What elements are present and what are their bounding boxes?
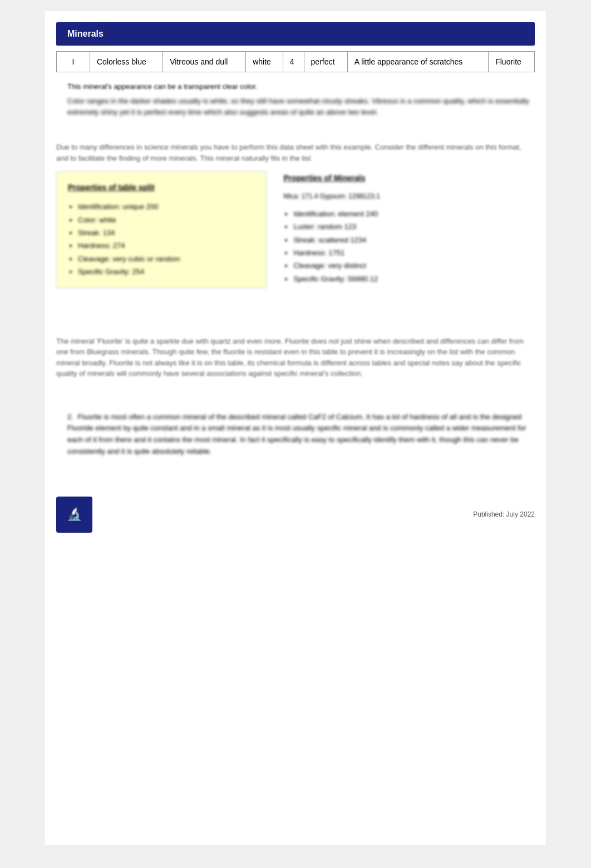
section1-numbered-text: This mineral's appearance can be a trans… xyxy=(67,82,257,91)
properties-left-box: Properties of table split Identification… xyxy=(56,171,267,288)
list-item: Hardness: 1751 xyxy=(293,246,523,259)
table-cell-cleavage: perfect xyxy=(304,52,347,72)
footer-date: Published: July 2022 xyxy=(473,510,535,518)
list-item: Specific Gravity: 254 xyxy=(78,265,255,278)
properties-left-list: Identification: unique 200 Color: white … xyxy=(68,200,255,278)
footer-icon-symbol: 🔬 xyxy=(67,507,82,522)
data-table: I Colorless blue Vitreous and dull white… xyxy=(56,51,535,72)
list-item: Identification: element 240 xyxy=(293,207,523,220)
properties-row: Properties of table split Identification… xyxy=(56,171,535,288)
properties-right-subline: Mica: 171.4 Gypsum: 1298123.1 xyxy=(283,191,523,203)
properties-right-list: Identification: element 240 Luster: rand… xyxy=(283,207,523,285)
table-cell-hardness: 4 xyxy=(283,52,304,72)
table-cell-luster: Vitreous and dull xyxy=(163,52,246,72)
properties-right-title: Properties of Minerals xyxy=(283,171,523,185)
section2-body-text: Due to many differences in science miner… xyxy=(56,143,521,162)
table-cell-color: Colorless blue xyxy=(90,52,163,72)
list-item: Hardness: 274 xyxy=(78,239,255,252)
section1-body: Color ranges in the darker shades usuall… xyxy=(67,96,535,119)
list-item: Streak: scattered 1234 xyxy=(293,234,523,246)
section4-numbered: 2. Fluorite is most often a common miner… xyxy=(67,411,535,458)
header-bar: Minerals xyxy=(56,22,535,46)
section1-body-text: Color ranges in the darker shades usuall… xyxy=(67,97,529,117)
footer-icon: 🔬 xyxy=(56,497,92,533)
table-row: I Colorless blue Vitreous and dull white… xyxy=(57,52,535,72)
section1-numbered: This mineral's appearance can be a trans… xyxy=(67,81,535,118)
section4-body-text: Fluorite is most often a common mineral … xyxy=(67,413,526,455)
list-item: Cleavage: very cubic or random xyxy=(78,252,255,265)
table-cell-mineral: Fluorite xyxy=(489,52,535,72)
page-container: Minerals I Colorless blue Vitreous and d… xyxy=(45,11,546,845)
footer-row: 🔬 Published: July 2022 xyxy=(56,497,535,533)
table-cell-scratches: A little appearance of scratches xyxy=(347,52,488,72)
section4-numbered-text: 2. xyxy=(67,413,75,421)
section3-body: The mineral 'Fluorite' is quite a sparkl… xyxy=(56,336,535,379)
table-cell-streak: white xyxy=(246,52,283,72)
list-item: Color: white xyxy=(78,214,255,226)
section2-body: Due to many differences in science miner… xyxy=(56,142,535,163)
section3-body-text: The mineral 'Fluorite' is quite a sparkl… xyxy=(56,337,524,378)
table-cell-id: I xyxy=(57,52,90,72)
list-item: Luster: random 123 xyxy=(293,220,523,233)
header-title: Minerals xyxy=(67,29,104,38)
list-item: Identification: unique 200 xyxy=(78,200,255,213)
list-item: Streak: 134 xyxy=(78,226,255,239)
list-item: Specific Gravity: 56890.12 xyxy=(293,272,523,285)
properties-right-box: Properties of Minerals Mica: 171.4 Gypsu… xyxy=(283,171,523,288)
list-item: Cleavage: very distinct xyxy=(293,259,523,272)
properties-left-title: Properties of table split xyxy=(68,181,255,195)
